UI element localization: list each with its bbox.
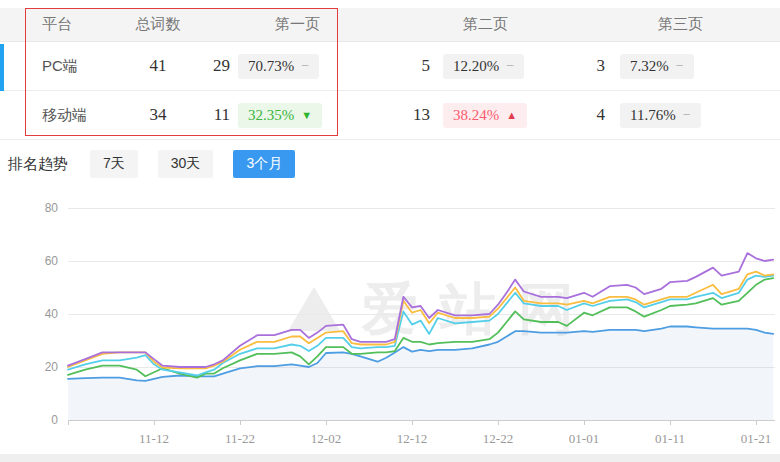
page2-change-badge: 12.20%− (443, 54, 524, 79)
page1-count: 29 (183, 56, 230, 76)
svg-text:0: 0 (51, 413, 58, 427)
svg-text:12-22: 12-22 (483, 431, 513, 446)
page3-change-badge: 7.32%− (620, 54, 694, 79)
page2-count: 13 (330, 105, 430, 125)
trend-up-icon: ▲ (506, 110, 517, 121)
svg-text:20: 20 (45, 360, 59, 374)
table-row-mobile[interactable]: 移动端 34 11 32.35%▼ 13 38.24%▲ 4 11.76%− (0, 91, 780, 140)
header-page1: 第一页 (183, 15, 330, 34)
tab-3-months[interactable]: 3个月 (233, 150, 295, 178)
keyword-rank-panel: 平台 总词数 第一页 第二页 第三页 PC端 41 29 70.73%− 5 1… (0, 0, 780, 462)
svg-text:11-12: 11-12 (139, 431, 169, 446)
svg-text:11-22: 11-22 (225, 431, 255, 446)
svg-text:12-12: 12-12 (397, 431, 427, 446)
trend-flat-icon: − (506, 59, 514, 73)
svg-text:80: 80 (45, 201, 59, 215)
trend-flat-icon: − (301, 59, 309, 73)
table-header-row: 平台 总词数 第一页 第二页 第三页 (0, 8, 780, 42)
page1-pct: 70.73% (248, 58, 294, 75)
page2-pct: 38.24% (453, 107, 499, 124)
header-total-words: 总词数 (133, 15, 183, 34)
trend-tabs-row: 排名趋势 7天 30天 3个月 (8, 150, 315, 178)
line-chart-canvas: 11-1211-2212-0212-1212-2201-0101-1101-21… (0, 195, 780, 455)
total-words-value: 41 (133, 56, 183, 76)
page2-pct: 12.20% (453, 58, 499, 75)
page1-pct: 32.35% (248, 107, 294, 124)
header-page2: 第二页 (330, 15, 520, 34)
page3-change-badge: 11.76%− (620, 103, 701, 128)
trend-section-label: 排名趋势 (8, 155, 68, 174)
total-words-value: 34 (133, 105, 183, 125)
header-platform: 平台 (42, 15, 133, 34)
page2-change-badge: 38.24%▲ (443, 103, 527, 128)
tab-30-days[interactable]: 30天 (158, 150, 214, 178)
trend-flat-icon: − (676, 59, 684, 73)
rank-table: 平台 总词数 第一页 第二页 第三页 PC端 41 29 70.73%− 5 1… (0, 0, 780, 140)
svg-text:60: 60 (45, 254, 59, 268)
table-row-pc[interactable]: PC端 41 29 70.73%− 5 12.20%− 3 7.32%− (0, 42, 780, 91)
tab-7-days[interactable]: 7天 (90, 150, 138, 178)
active-row-indicator (0, 44, 4, 91)
platform-label: PC端 (42, 57, 133, 76)
svg-text:40: 40 (45, 307, 59, 321)
trend-down-icon: ▼ (301, 110, 312, 121)
svg-text:01-01: 01-01 (569, 431, 599, 446)
page3-pct: 11.76% (630, 107, 676, 124)
header-page3: 第三页 (520, 15, 705, 34)
page2-count: 5 (330, 56, 430, 76)
svg-text:12-02: 12-02 (311, 431, 341, 446)
page3-count: 3 (520, 56, 605, 76)
page1-change-badge: 32.35%▼ (238, 103, 322, 128)
svg-text:01-11: 01-11 (655, 431, 685, 446)
svg-text:01-21: 01-21 (741, 431, 771, 446)
rank-trend-chart: 爱站网 11-1211-2212-0212-1212-2201-0101-110… (0, 195, 780, 455)
footer-band (0, 454, 780, 462)
trend-flat-icon: − (683, 108, 691, 122)
page1-change-badge: 70.73%− (238, 54, 319, 79)
platform-label: 移动端 (42, 106, 133, 125)
page3-count: 4 (520, 105, 605, 125)
page1-count: 11 (183, 105, 230, 125)
page3-pct: 7.32% (630, 58, 669, 75)
